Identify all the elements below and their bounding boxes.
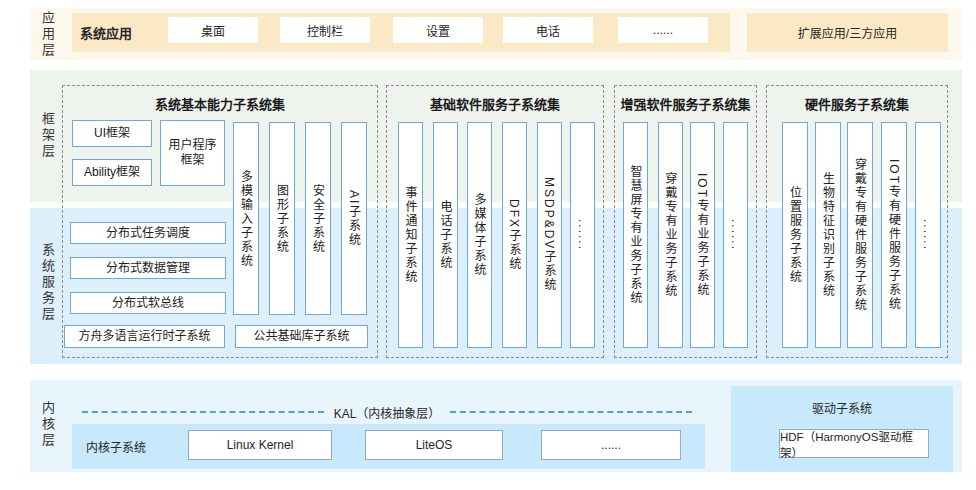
kal-label: KAL（内核抽象层） <box>334 404 441 421</box>
app-item-settings: 设置 <box>393 17 483 43</box>
extended-third-party-apps-box: 扩展应用/三方应用 <box>747 13 948 52</box>
box-liteos: LiteOS <box>365 430 503 460</box>
box-ark-multilanguage-runtime: 方舟多语言运行时子系统 <box>64 325 225 348</box>
box-distributed-task-scheduling: 分布式任务调度 <box>70 222 226 244</box>
box-kernel-ellipsis: ...... <box>541 430 681 460</box>
column-wearable-hardware-service-subsystem: 穿戴专有硬件服务子系统 <box>847 122 873 348</box>
box-distributed-data-management: 分布式数据管理 <box>70 257 226 279</box>
column-graphics-subsystem: 图形子系统 <box>269 122 295 315</box>
box-ability-framework: Ability框架 <box>72 159 152 186</box>
kernel-subsystem-label: 内核子系统 <box>86 424 146 469</box>
system-apps-label: 系统应用 <box>80 13 132 52</box>
group-title-enhanced-software-service: 增强软件服务子系统集 <box>615 94 756 113</box>
driver-subsystem-title: 驱动子系统 <box>731 399 953 416</box>
kal-dash-left <box>82 411 324 413</box>
column-biometric-recognition-subsystem: 生物特征识别子系统 <box>815 122 841 348</box>
app-item-desktop: 桌面 <box>168 17 258 43</box>
app-item-phone: 电话 <box>503 17 593 43</box>
kal-dash-right <box>450 411 692 413</box>
box-hdf-driver-framework: HDF（HarmonyOS驱动框架） <box>779 429 929 458</box>
column-ellipsis-basic-software: ...... <box>570 122 595 348</box>
box-user-program-framework: 用户程序框架 <box>160 120 225 186</box>
column-ellipsis-enhanced-software: ...... <box>723 122 748 348</box>
column-iot-service-subsystem: IOT专有业务子系统 <box>690 122 715 348</box>
column-wearable-service-subsystem: 穿戴专有业务子系统 <box>658 122 683 348</box>
box-ui-framework: UI框架 <box>72 120 152 147</box>
column-location-service-subsystem: 位置服务子系统 <box>782 122 808 348</box>
group-title-basic-capability: 系统基本能力子系统集 <box>63 94 377 113</box>
column-multimedia-subsystem: 多媒体子系统 <box>467 122 492 348</box>
column-event-notification-subsystem: 事件通知子系统 <box>398 122 423 348</box>
column-ai-subsystem: AI子系统 <box>341 122 367 315</box>
app-item-ellipsis: ...... <box>618 17 708 43</box>
column-multimodal-input-subsystem: 多模输入子系统 <box>233 122 259 315</box>
column-ellipsis-hardware: ...... <box>915 122 941 348</box>
group-title-basic-software-service: 基础软件服务子系统集 <box>387 94 603 113</box>
column-msdp-dv-subsystem: MSDP&DV子系统 <box>537 122 562 348</box>
app-item-control-bar: 控制栏 <box>280 17 370 43</box>
system-service-layer-label: 系统服务层 <box>38 243 57 323</box>
column-dfx-subsystem: DFX子系统 <box>502 122 527 348</box>
box-distributed-soft-bus: 分布式软总线 <box>70 292 226 314</box>
framework-layer-label: 框架层 <box>38 112 57 160</box>
box-common-base-library: 公共基础库子系统 <box>235 325 368 348</box>
box-linux-kernel: Linux Kernel <box>188 430 332 460</box>
column-security-subsystem: 安全子系统 <box>305 122 331 315</box>
kernel-layer-label: 内核层 <box>38 401 57 449</box>
application-layer-label: 应用层 <box>38 11 57 59</box>
kal-abstraction-line: KAL（内核抽象层） <box>72 405 702 419</box>
group-title-hardware-service: 硬件服务子系统集 <box>767 94 947 113</box>
column-smart-screen-service-subsystem: 智慧屏专有业务子系统 <box>623 122 648 348</box>
harmonyos-architecture-diagram: 应用层 框架层 系统服务层 内核层 系统应用 桌面 控制栏 设置 电话 ....… <box>0 0 976 490</box>
column-iot-hardware-service-subsystem: IOT专有硬件服务子系统 <box>881 122 907 348</box>
column-telephony-subsystem: 电话子系统 <box>433 122 458 348</box>
